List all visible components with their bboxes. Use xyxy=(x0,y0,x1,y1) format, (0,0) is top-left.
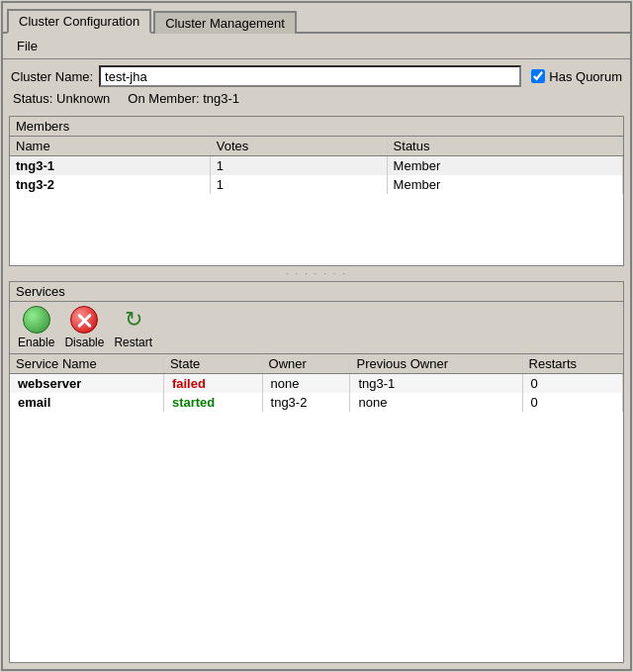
on-member-label: On Member: xyxy=(128,91,199,106)
services-col-prev-owner: Previous Owner xyxy=(350,354,522,374)
service-prev-owner: tng3-1 xyxy=(350,374,522,394)
member-votes: 1 xyxy=(210,156,387,176)
has-quorum-area: Has Quorum xyxy=(531,69,622,84)
tab-content: File Cluster Name: Has Quorum Status: Un… xyxy=(3,34,630,669)
service-name: email xyxy=(10,393,163,412)
member-status: Member xyxy=(387,156,622,176)
members-area: Name Votes Status tng3-1 1 Member tng3-2… xyxy=(10,137,623,265)
status-label: Status: xyxy=(13,91,52,106)
services-col-name: Service Name xyxy=(10,354,163,374)
services-col-state: State xyxy=(163,354,262,374)
enable-label: Enable xyxy=(18,336,54,349)
members-panel: Members Name Votes Status tng3-1 1 Membe… xyxy=(9,116,624,266)
disable-button[interactable]: Disable xyxy=(64,306,104,349)
services-table: Service Name State Owner Previous Owner … xyxy=(10,354,623,412)
restart-label: Restart xyxy=(114,336,152,349)
file-menu[interactable]: File xyxy=(11,37,44,55)
services-toolbar: Enable Disable ↻ Restart xyxy=(10,302,623,354)
status-row: Status: Unknown On Member: tng3-1 xyxy=(11,91,622,106)
cluster-name-label: Cluster Name: xyxy=(11,69,93,84)
table-row[interactable]: webserver failed none tng3-1 0 xyxy=(10,374,623,394)
menu-bar: File xyxy=(3,34,630,59)
restart-icon: ↻ xyxy=(120,306,147,334)
services-col-restarts: Restarts xyxy=(522,354,622,374)
table-row[interactable]: email started tng3-2 none 0 xyxy=(10,393,623,412)
member-name: tng3-1 xyxy=(10,156,210,176)
services-section: Services Enable Disable ↻ Restart xyxy=(9,281,624,663)
cluster-name-row: Cluster Name: Has Quorum xyxy=(11,65,622,87)
has-quorum-label: Has Quorum xyxy=(549,69,622,84)
tab-bar: Cluster Configuration Cluster Management xyxy=(3,3,630,34)
table-row[interactable]: tng3-2 1 Member xyxy=(10,175,623,194)
service-owner: none xyxy=(262,374,350,394)
service-owner: tng3-2 xyxy=(262,393,350,412)
cluster-name-input[interactable] xyxy=(99,65,521,87)
members-col-status: Status xyxy=(387,137,622,156)
services-section-header: Services xyxy=(10,282,623,302)
status-value: Unknown xyxy=(56,91,110,106)
services-col-owner: Owner xyxy=(262,354,350,374)
service-name: webserver xyxy=(10,374,163,394)
service-state: failed xyxy=(163,374,262,394)
members-section-header: Members xyxy=(10,117,623,137)
service-state: started xyxy=(163,393,262,412)
members-col-name: Name xyxy=(10,137,210,156)
enable-button[interactable]: Enable xyxy=(18,306,54,349)
member-votes: 1 xyxy=(210,175,387,194)
members-table: Name Votes Status tng3-1 1 Member tng3-2… xyxy=(10,137,623,194)
service-restarts: 0 xyxy=(522,393,622,412)
service-prev-owner: none xyxy=(350,393,522,412)
member-status: Member xyxy=(387,175,622,194)
service-restarts: 0 xyxy=(522,374,622,394)
disable-icon xyxy=(70,306,98,334)
tab-cluster-management[interactable]: Cluster Management xyxy=(153,11,297,34)
drag-handle[interactable]: · · · · · · · xyxy=(3,266,630,281)
on-member-value: tng3-1 xyxy=(203,91,239,106)
cluster-info: Cluster Name: Has Quorum Status: Unknown… xyxy=(3,59,630,112)
members-col-votes: Votes xyxy=(210,137,387,156)
enable-icon xyxy=(23,306,50,334)
restart-button[interactable]: ↻ Restart xyxy=(114,306,152,349)
has-quorum-checkbox[interactable] xyxy=(531,69,545,83)
tab-cluster-configuration[interactable]: Cluster Configuration xyxy=(7,9,151,34)
table-row[interactable]: tng3-1 1 Member xyxy=(10,156,623,176)
member-name: tng3-2 xyxy=(10,175,210,194)
disable-label: Disable xyxy=(64,336,104,349)
main-window: Cluster Configuration Cluster Management… xyxy=(1,1,632,671)
